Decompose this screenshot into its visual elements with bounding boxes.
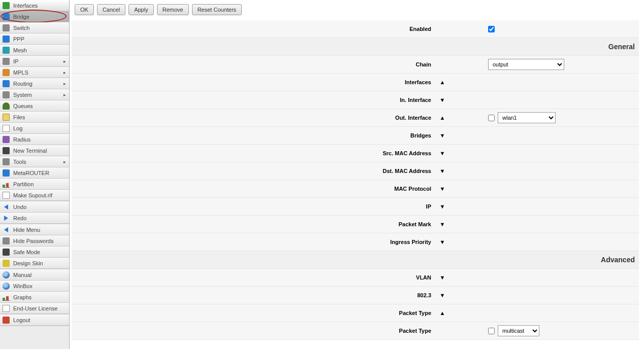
design-skin-icon xyxy=(2,259,10,267)
sidebar-item-label: IP xyxy=(13,58,63,64)
row-enabled: Enabled xyxy=(72,20,639,38)
chain-select[interactable]: output xyxy=(488,59,564,70)
ok-button[interactable]: OK xyxy=(75,4,94,15)
row-interfaces: Interfaces ▲ xyxy=(72,74,639,91)
interfaces-toggle-icon[interactable]: ▲ xyxy=(437,79,447,85)
sidebar-item-partition[interactable]: Partition xyxy=(0,179,69,190)
row-mac-protocol: MAC Protocol ▼ xyxy=(72,180,639,198)
sidebar-item-switch[interactable]: Switch xyxy=(0,22,69,33)
log-icon xyxy=(2,124,10,132)
src-mac-toggle-icon[interactable]: ▼ xyxy=(437,150,447,156)
packet-type-not-checkbox[interactable] xyxy=(488,328,495,334)
packet-type-header-toggle-icon[interactable]: ▲ xyxy=(437,310,447,316)
sidebar-item-label: Files xyxy=(13,114,67,120)
sidebar-item-winbox[interactable]: WinBox xyxy=(0,281,69,292)
reset-counters-button[interactable]: Reset Counters xyxy=(192,4,242,15)
row-bridges: Bridges ▼ xyxy=(72,127,639,145)
interfaces-icon xyxy=(2,2,10,10)
sidebar-item-logout[interactable]: Logout xyxy=(0,315,69,326)
packet-mark-toggle-icon[interactable]: ▼ xyxy=(437,221,447,227)
dst-mac-toggle-icon[interactable]: ▼ xyxy=(437,168,447,174)
sidebar-item-manual[interactable]: Manual xyxy=(0,269,69,281)
sidebar-item-routing[interactable]: Routing▸ xyxy=(0,78,69,89)
8023-toggle-icon[interactable]: ▼ xyxy=(437,292,447,298)
bridge-icon xyxy=(2,13,10,21)
in-interface-label: In. Interface xyxy=(72,97,437,103)
submenu-arrow-icon: ▸ xyxy=(63,70,66,75)
sidebar-item-label: Radius xyxy=(13,136,67,143)
enabled-label: Enabled xyxy=(72,26,437,32)
sidebar-item-tools[interactable]: Tools▸ xyxy=(0,156,69,167)
sidebar-item-label: End-User License xyxy=(13,305,67,311)
vlan-toggle-icon[interactable]: ▼ xyxy=(437,274,447,281)
out-interface-toggle-icon[interactable]: ▲ xyxy=(437,115,447,121)
sidebar-item-new-terminal[interactable]: New Terminal xyxy=(0,145,69,156)
sidebar-item-label: Log xyxy=(13,125,67,131)
sidebar-item-label: Logout xyxy=(13,317,67,323)
sidebar-item-ppp[interactable]: PPP xyxy=(0,33,69,45)
end-user-license-icon xyxy=(2,304,10,312)
bridges-toggle-icon[interactable]: ▼ xyxy=(437,132,447,138)
apply-button[interactable]: Apply xyxy=(128,4,154,15)
sidebar-item-system[interactable]: System▸ xyxy=(0,89,69,100)
sidebar-item-hide-menu[interactable]: Hide Menu xyxy=(0,224,69,235)
sidebar-item-safe-mode[interactable]: Safe Mode xyxy=(0,247,69,258)
form-area: Enabled General Chain output Interfaces … xyxy=(70,18,644,349)
sidebar-item-label: Safe Mode xyxy=(13,249,67,255)
toolbar: OK Cancel Apply Remove Reset Counters xyxy=(70,0,644,18)
mac-protocol-label: MAC Protocol xyxy=(72,186,437,192)
sidebar-item-label: Mesh xyxy=(13,47,67,53)
row-packet-mark: Packet Mark ▼ xyxy=(72,216,639,233)
sidebar-item-label: WinBox xyxy=(13,283,67,289)
winbox-icon xyxy=(2,282,10,290)
row-ingress-priority: Ingress Priority ▼ xyxy=(72,233,639,251)
sidebar-item-metarouter[interactable]: MetaROUTER xyxy=(0,167,69,179)
bridges-label: Bridges xyxy=(72,132,437,138)
sidebar-item-bridge[interactable]: Bridge xyxy=(0,11,69,22)
sidebar-item-label: Design Skin xyxy=(13,260,67,266)
graphs-icon xyxy=(2,293,10,301)
tools-icon xyxy=(2,158,10,166)
in-interface-toggle-icon[interactable]: ▼ xyxy=(437,97,447,103)
packet-type-header-label: Packet Type xyxy=(72,310,437,316)
packet-type-select[interactable]: multicast xyxy=(498,325,539,336)
chain-label: Chain xyxy=(72,61,437,67)
ingress-priority-toggle-icon[interactable]: ▼ xyxy=(437,239,447,245)
sidebar-item-log[interactable]: Log xyxy=(0,123,69,134)
sidebar-item-graphs[interactable]: Graphs xyxy=(0,292,69,303)
cancel-button[interactable]: Cancel xyxy=(97,4,125,15)
metarouter-icon xyxy=(2,169,10,177)
ip-toggle-icon[interactable]: ▼ xyxy=(437,203,447,210)
hide-menu-icon xyxy=(2,226,10,234)
sidebar-item-mesh[interactable]: Mesh xyxy=(0,45,69,56)
sidebar-item-design-skin[interactable]: Design Skin xyxy=(0,258,69,269)
sidebar-item-undo[interactable]: Undo xyxy=(0,201,69,213)
sidebar-item-hide-passwords[interactable]: Hide Passwords xyxy=(0,235,69,247)
radius-icon xyxy=(2,135,10,144)
sidebar-item-radius[interactable]: Radius xyxy=(0,134,69,145)
sidebar-item-ip[interactable]: IP▸ xyxy=(0,56,69,67)
sidebar-item-label: System xyxy=(13,92,63,98)
sidebar-item-label: Tools xyxy=(13,159,63,165)
files-icon xyxy=(2,113,10,121)
out-interface-label: Out. Interface xyxy=(72,115,437,121)
sidebar-item-label: MPLS xyxy=(13,69,63,76)
sidebar-item-redo[interactable]: Redo xyxy=(0,213,69,224)
out-interface-select[interactable]: wlan1 xyxy=(498,112,556,123)
sidebar-item-interfaces[interactable]: Interfaces xyxy=(0,0,69,11)
sidebar-item-make-supout-rif[interactable]: Make Supout.rif xyxy=(0,190,69,201)
sidebar-item-files[interactable]: Files xyxy=(0,112,69,123)
enabled-checkbox[interactable] xyxy=(488,26,495,32)
out-interface-not-checkbox[interactable] xyxy=(488,115,495,121)
mesh-icon xyxy=(2,46,10,54)
sidebar-item-label: New Terminal xyxy=(13,148,67,154)
row-chain: Chain output xyxy=(72,56,639,74)
sidebar-item-end-user-license[interactable]: End-User License xyxy=(0,303,69,314)
sidebar-item-queues[interactable]: Queues xyxy=(0,100,69,112)
mac-protocol-toggle-icon[interactable]: ▼ xyxy=(437,186,447,192)
submenu-arrow-icon: ▸ xyxy=(63,159,66,164)
sidebar-item-label: Switch xyxy=(13,25,67,31)
sidebar-item-mpls[interactable]: MPLS▸ xyxy=(0,67,69,78)
row-8023: 802.3 ▼ xyxy=(72,287,639,304)
remove-button[interactable]: Remove xyxy=(157,4,189,15)
